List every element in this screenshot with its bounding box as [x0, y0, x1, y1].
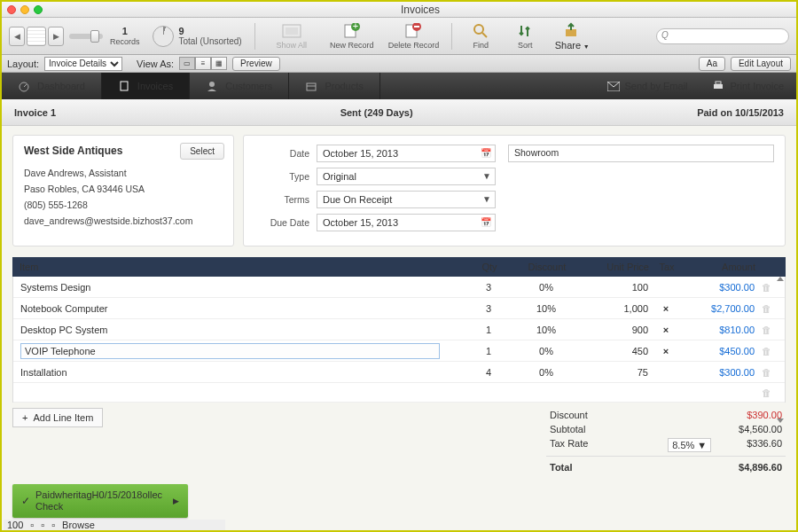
footer-row: + Add Line Item Discount$390.00 Subtotal…: [12, 408, 786, 478]
due-date-field[interactable]: October 15, 2013📅: [317, 214, 496, 231]
record-total-label: Total (Unsorted): [179, 36, 242, 46]
view-form-button[interactable]: ▭: [179, 57, 195, 70]
share-button[interactable]: Share ▼: [553, 21, 591, 51]
table-row[interactable]: Installation 4 0% 75 $300.00 🗑: [13, 362, 785, 383]
delete-row-icon[interactable]: 🗑: [755, 282, 778, 293]
prev-record-button[interactable]: ◀: [9, 27, 25, 46]
section-nav: Dashboard Invoices Customers Products Se…: [2, 73, 796, 99]
totals-block: Discount$390.00 Subtotal$4,560.00 Tax Ra…: [546, 408, 786, 478]
table-row[interactable]: Desktop PC System 1 10% 900 × $810.00 🗑: [13, 319, 785, 340]
zoom-value[interactable]: 100: [7, 520, 23, 530]
show-all-button[interactable]: Show All: [268, 22, 316, 50]
found-set-pie-icon[interactable]: [153, 26, 174, 47]
delete-row-icon[interactable]: 🗑: [755, 367, 778, 378]
customer-contact: Dave Andrews, Assistant: [24, 168, 223, 178]
location-field[interactable]: Showroom: [508, 145, 774, 162]
col-header-amount: Amount: [685, 262, 755, 272]
svg-point-8: [474, 25, 483, 34]
edit-layout-button[interactable]: Edit Layout: [731, 57, 791, 71]
minimize-window-button[interactable]: [20, 5, 29, 14]
svg-rect-15: [307, 83, 316, 90]
footer-icon[interactable]: ▫: [30, 520, 34, 530]
chevron-right-icon: ▶: [173, 497, 179, 505]
footer-icon[interactable]: ▫: [51, 520, 55, 530]
tab-products[interactable]: Products: [289, 73, 379, 99]
invoice-paid-status: Paid on 10/15/2013: [697, 107, 784, 118]
invoice-sent-status: Sent (249 Days): [56, 107, 697, 118]
person-icon: [206, 80, 218, 92]
taxrate-value: $336.60: [747, 438, 782, 452]
table-row[interactable]: Systems Design 3 0% 100 $300.00 🗑: [13, 277, 785, 298]
table-row[interactable]: VOIP Telephone 1 0% 450 × $450.00 🗑: [13, 340, 785, 362]
date-field[interactable]: October 15, 2013📅: [317, 145, 496, 162]
item-name-input[interactable]: VOIP Telephone: [20, 343, 440, 359]
paid-badge-line2: Check: [35, 501, 162, 512]
new-record-icon: +: [341, 22, 363, 40]
zoom-window-button[interactable]: [34, 5, 43, 14]
subtotal-value: $4,560.00: [739, 424, 782, 434]
svg-rect-10: [566, 29, 576, 36]
tab-dashboard[interactable]: Dashboard: [2, 73, 102, 99]
send-email-button[interactable]: Send by Email: [595, 73, 700, 99]
new-record-button[interactable]: + New Record: [328, 22, 376, 50]
items-table-body: Systems Design 3 0% 100 $300.00 🗑 Notebo…: [12, 277, 786, 403]
scroll-up-icon[interactable]: [777, 277, 784, 281]
svg-point-14: [209, 82, 215, 87]
mode-label: Browse: [62, 520, 95, 530]
delete-row-icon[interactable]: 🗑: [755, 387, 778, 398]
window-titlebar: Invoices: [2, 2, 796, 18]
check-icon: ✓: [21, 495, 30, 507]
terms-field[interactable]: Due On Receipt▼: [317, 191, 496, 208]
col-header-qty: Qty: [463, 262, 516, 272]
window-footer-status: 100 ▫ ▫ ▫ Browse: [4, 520, 225, 530]
toolbar-separator: [254, 23, 255, 50]
view-list-button[interactable]: ≡: [195, 57, 211, 70]
paid-badge[interactable]: ✓ PaidwheritagH0/15/2018ollec Check ▶: [12, 484, 188, 518]
text-format-button[interactable]: Aa: [699, 57, 725, 71]
type-field[interactable]: Original▼: [317, 168, 496, 185]
add-line-item-button[interactable]: + Add Line Item: [12, 408, 103, 427]
tab-customers[interactable]: Customers: [190, 73, 289, 99]
calendar-icon[interactable]: 📅: [481, 217, 491, 227]
invoice-status-bar: Invoice 1 Sent (249 Days) Paid on 10/15/…: [2, 99, 796, 126]
delete-row-icon[interactable]: 🗑: [755, 303, 778, 314]
calendar-icon[interactable]: 📅: [481, 148, 491, 158]
table-row-empty[interactable]: 🗑: [13, 383, 785, 403]
delete-record-button[interactable]: Delete Record: [388, 22, 440, 50]
find-button[interactable]: Find: [465, 22, 497, 50]
print-invoice-button[interactable]: Print Invoice: [700, 73, 796, 99]
layout-label: Layout:: [7, 59, 39, 69]
tab-invoices[interactable]: Invoices: [102, 73, 190, 99]
table-row[interactable]: Notebook Computer 3 10% 1,000 × $2,700.0…: [13, 298, 785, 319]
svg-line-12: [24, 84, 27, 87]
viewas-label: View As:: [137, 59, 174, 69]
chevron-down-icon: ▼: [482, 171, 491, 181]
customer-email: dave_andrews@westside.bizhost37.com: [24, 215, 223, 226]
search-input[interactable]: [656, 28, 789, 44]
chevron-down-icon: ▼: [482, 194, 491, 204]
layout-select[interactable]: Invoice Details: [44, 57, 122, 71]
delete-row-icon[interactable]: 🗑: [755, 346, 778, 356]
show-all-icon: [281, 22, 302, 40]
select-customer-button[interactable]: Select: [180, 143, 224, 160]
search-field-wrap: [656, 28, 789, 44]
record-slider[interactable]: [69, 34, 103, 39]
svg-rect-1: [286, 27, 298, 35]
customer-phone: (805) 555-1268: [24, 200, 223, 210]
terms-label: Terms: [254, 194, 317, 205]
paid-badge-line1: PaidwheritagH0/15/2018ollec: [35, 489, 162, 501]
record-count-cluster: 9 Total (Unsorted): [153, 26, 242, 47]
view-table-button[interactable]: ▦: [211, 57, 227, 70]
taxrate-field[interactable]: 8.5% ▼: [668, 438, 711, 452]
next-record-button[interactable]: ▶: [48, 27, 64, 46]
record-book-icon[interactable]: [27, 27, 46, 46]
close-window-button[interactable]: [7, 5, 16, 14]
type-label: Type: [254, 171, 317, 182]
sort-button[interactable]: Sort: [509, 22, 541, 50]
scroll-down-icon[interactable]: [777, 419, 784, 423]
footer-icon[interactable]: ▫: [41, 520, 44, 530]
svg-text:+: +: [352, 23, 357, 31]
document-icon: [118, 80, 130, 92]
delete-row-icon[interactable]: 🗑: [755, 325, 778, 335]
preview-button[interactable]: Preview: [232, 57, 280, 71]
